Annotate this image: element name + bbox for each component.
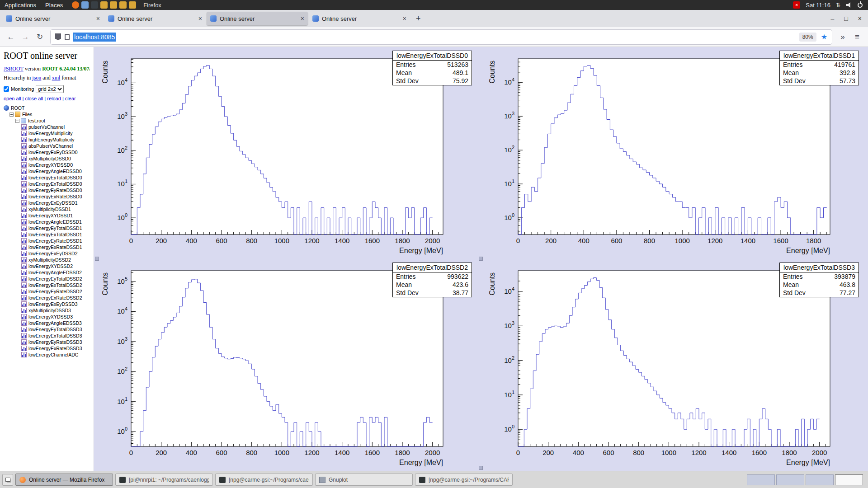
- workspace-2[interactable]: [776, 474, 804, 485]
- network-icon[interactable]: ⇅: [836, 2, 840, 8]
- quick-link-open-all[interactable]: open all: [4, 96, 21, 101]
- stats-box[interactable]: lowEnergyExTotalDSSD0 Entries513263Mean4…: [392, 51, 472, 85]
- url-bar[interactable]: localhost:8085 80% ★: [51, 30, 832, 44]
- taskbar-item[interactable]: [pi@nnrpi1: ~/Programs/caenlogger]: [115, 474, 213, 486]
- terminal-launcher-icon[interactable]: [91, 1, 98, 9]
- tree-item[interactable]: lowEnergyExTotalDSSD1: [21, 231, 90, 238]
- tab-close-icon[interactable]: ×: [94, 15, 100, 22]
- menu-places[interactable]: Places: [41, 2, 67, 9]
- taskbar-item[interactable]: Gnuplot: [315, 474, 413, 486]
- app-launcher-icon-4[interactable]: [129, 1, 136, 9]
- xml-link[interactable]: xml: [52, 75, 61, 81]
- tree-node-files[interactable]: Files: [9, 111, 90, 117]
- tree-item[interactable]: highEnergyMultiplicity: [21, 136, 90, 143]
- resize-handle[interactable]: [479, 257, 483, 261]
- tree-item[interactable]: lowEnergyXYDSSD1: [21, 212, 90, 219]
- stats-box[interactable]: lowEnergyExTotalDSSD3 Entries393879Mean4…: [779, 263, 859, 297]
- tree-item[interactable]: lowEnergyExRateDSSD3: [21, 345, 90, 352]
- tree-item[interactable]: lowEnergyAngleEDSSD3: [21, 320, 90, 326]
- workspace-1[interactable]: [747, 474, 775, 485]
- quick-link-close-all[interactable]: close all: [25, 96, 43, 101]
- tree-item[interactable]: lowEnergyEyRateDSSD3: [21, 339, 90, 345]
- app-launcher-icon-2[interactable]: [110, 1, 117, 9]
- browser-tab-4[interactable]: Online server×: [309, 12, 410, 25]
- app-launcher-icon-1[interactable]: [100, 1, 108, 9]
- browser-tab-3[interactable]: Online server×: [207, 12, 308, 25]
- quick-link-reload[interactable]: reload: [47, 96, 61, 101]
- browser-tab-2[interactable]: Online server×: [104, 12, 206, 25]
- jsroot-link[interactable]: JSROOT: [4, 66, 24, 72]
- collapse-expander-icon[interactable]: [15, 119, 19, 123]
- bookmark-star-icon[interactable]: ★: [821, 33, 827, 41]
- tree-item[interactable]: lowEnergyMultiplicity: [21, 130, 90, 136]
- tree-item[interactable]: lowEnergyXYDSSD3: [21, 314, 90, 320]
- tree-item[interactable]: lowEnergyExEyDSSD2: [21, 250, 90, 257]
- tree-item[interactable]: lowEnergyEyTotalDSSD1: [21, 225, 90, 231]
- chart-panel-2[interactable]: 1001011021031040200400600800100012001400…: [481, 47, 868, 259]
- close-button[interactable]: ×: [858, 15, 862, 22]
- tree-item[interactable]: lowEnergyAngleEDSSD2: [21, 269, 90, 276]
- tree-item[interactable]: absPulserVsChannel: [21, 143, 90, 149]
- tree-item[interactable]: xyMultiplicityDSSD0: [21, 155, 90, 162]
- power-icon[interactable]: [858, 3, 863, 8]
- tree-item[interactable]: lowEnergyEyTotalDSSD3: [21, 326, 90, 333]
- tree-item[interactable]: lowEnergyExEyDSSD1: [21, 200, 90, 206]
- tree-item[interactable]: lowEnergyExTotalDSSD2: [21, 282, 90, 288]
- collapse-expander-icon[interactable]: [9, 113, 14, 117]
- tab-close-icon[interactable]: ×: [196, 15, 202, 22]
- stats-box[interactable]: lowEnergyExTotalDSSD1 Entries419761Mean3…: [779, 51, 859, 85]
- shield-icon[interactable]: [55, 33, 61, 40]
- workspace-3[interactable]: [806, 474, 834, 485]
- tree-item[interactable]: lowEnergyEyTotalDSSD2: [21, 276, 90, 282]
- taskbar-item[interactable]: Online server — Mozilla Firefox: [15, 474, 113, 486]
- new-tab-button[interactable]: +: [410, 14, 426, 23]
- stats-box[interactable]: lowEnergyExTotalDSSD2 Entries993622Mean4…: [392, 263, 472, 297]
- tree-item[interactable]: lowEnergyExTotalDSSD3: [21, 333, 90, 339]
- hamburger-menu-icon[interactable]: ≡: [850, 33, 864, 42]
- layout-select[interactable]: grid 2x2: [36, 85, 64, 93]
- back-button[interactable]: ←: [4, 33, 18, 42]
- tree-item[interactable]: lowEnergyEyTotalDSSD0: [21, 174, 90, 181]
- reload-button[interactable]: ↻: [33, 32, 47, 42]
- json-link[interactable]: json: [32, 75, 41, 81]
- minimize-button[interactable]: –: [831, 15, 835, 22]
- tree-node-root[interactable]: ROOT: [4, 105, 90, 111]
- tree-item[interactable]: lowEnergyEyRateDSSD0: [21, 187, 90, 193]
- page-info-icon[interactable]: [65, 34, 70, 40]
- browser-tab-1[interactable]: Online server×: [2, 12, 104, 25]
- tree-item[interactable]: lowEnergyEyRateDSSD2: [21, 288, 90, 295]
- notification-icon[interactable]: ×: [793, 1, 800, 9]
- tree-item[interactable]: xyMultiplicityDSSD1: [21, 206, 90, 212]
- files-launcher-icon[interactable]: [81, 1, 89, 9]
- taskbar-item[interactable]: [npg@carme-gsi:~/Programs/caenlo...: [215, 474, 313, 486]
- firefox-launcher-icon[interactable]: [72, 1, 79, 9]
- tree-item[interactable]: xyMultiplicityDSSD2: [21, 257, 90, 263]
- volume-icon[interactable]: [846, 2, 852, 8]
- monitoring-checkbox[interactable]: [4, 86, 9, 92]
- tree-item[interactable]: lowEnergyAngleEDSSD0: [21, 168, 90, 174]
- tree-item[interactable]: xyMultiplicityDSSD3: [21, 307, 90, 314]
- show-desktop-button[interactable]: [2, 474, 13, 486]
- forward-button[interactable]: →: [18, 33, 33, 42]
- tree-item[interactable]: lowEnergyExRateDSSD2: [21, 295, 90, 301]
- tab-close-icon[interactable]: ×: [400, 15, 406, 22]
- tree-item[interactable]: lowEnergyEyRateDSSD1: [21, 238, 90, 244]
- tree-item[interactable]: lowEnergyExRateDSSD1: [21, 244, 90, 250]
- tree-item[interactable]: lowEnergyChannelADC: [21, 352, 90, 358]
- chart-panel-3[interactable]: 1001011021031041050200400600800100012001…: [94, 259, 481, 471]
- tree-item[interactable]: lowEnergyXYDSSD2: [21, 263, 90, 269]
- zoom-indicator[interactable]: 80%: [799, 33, 816, 42]
- chart-panel-4[interactable]: 1001011021031040200400600800100012001400…: [481, 259, 868, 471]
- resize-handle[interactable]: [479, 466, 483, 470]
- menu-applications[interactable]: Applications: [0, 2, 41, 9]
- tab-close-icon[interactable]: ×: [298, 15, 304, 22]
- tree-item[interactable]: pulserVsChannel: [21, 124, 90, 130]
- clock[interactable]: Sat 11:16: [806, 2, 830, 9]
- tree-item[interactable]: lowEnergyExEyDSSD0: [21, 149, 90, 155]
- tree-item[interactable]: lowEnergyXYDSSD0: [21, 162, 90, 168]
- overflow-menu-icon[interactable]: »: [835, 33, 850, 42]
- tree-item[interactable]: lowEnergyExRateDSSD0: [21, 193, 90, 200]
- maximize-button[interactable]: □: [844, 15, 848, 22]
- resize-handle[interactable]: [95, 257, 99, 261]
- tree-node-file[interactable]: test.root: [15, 117, 90, 124]
